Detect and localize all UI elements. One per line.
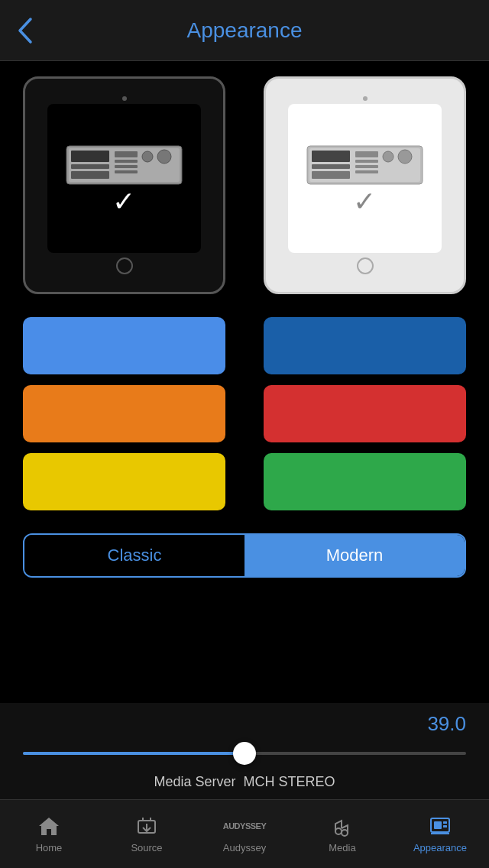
color-swatch-blue[interactable] bbox=[23, 317, 225, 374]
dark-theme-option[interactable]: ✓ bbox=[23, 76, 225, 294]
tab-home[interactable]: Home bbox=[0, 800, 98, 868]
svg-rect-3 bbox=[71, 164, 109, 169]
header: Appearance bbox=[0, 0, 489, 61]
tab-media[interactable]: Media bbox=[293, 800, 391, 868]
slider-fill bbox=[23, 752, 244, 755]
tab-home-label: Home bbox=[36, 842, 63, 853]
receiver-icon-light bbox=[306, 140, 424, 189]
slider-thumb[interactable] bbox=[233, 742, 256, 765]
svg-point-4 bbox=[157, 150, 171, 164]
check-light: ✓ bbox=[353, 186, 376, 218]
page-title: Appearance bbox=[186, 18, 302, 43]
tab-audyssey[interactable]: AUDYSSEY Audyssey bbox=[196, 800, 293, 868]
svg-rect-13 bbox=[312, 151, 350, 162]
tablet-home-dark bbox=[116, 257, 133, 274]
home-icon bbox=[37, 815, 60, 837]
status-text: Media Server MCH STEREO bbox=[23, 774, 466, 799]
color-swatch-orange[interactable] bbox=[23, 385, 225, 442]
light-theme-option[interactable]: ✓ bbox=[264, 76, 466, 294]
dark-screen: ✓ bbox=[47, 104, 202, 252]
svg-rect-6 bbox=[115, 151, 138, 157]
check-dark: ✓ bbox=[112, 186, 135, 218]
tab-appearance-label: Appearance bbox=[413, 842, 467, 853]
tablet-home-light bbox=[357, 257, 374, 274]
svg-point-24 bbox=[335, 828, 342, 834]
style-toggle: Classic Modern bbox=[23, 533, 466, 578]
svg-rect-2 bbox=[71, 151, 109, 162]
classic-toggle-button[interactable]: Classic bbox=[24, 535, 244, 576]
svg-rect-10 bbox=[71, 171, 109, 179]
theme-selection: ✓ bbox=[23, 76, 466, 294]
svg-point-15 bbox=[398, 150, 412, 164]
modern-toggle-button[interactable]: Modern bbox=[244, 535, 465, 576]
svg-rect-18 bbox=[355, 160, 378, 163]
color-swatch-dark-blue[interactable] bbox=[264, 317, 466, 374]
volume-value: 39.0 bbox=[23, 712, 466, 736]
appearance-icon bbox=[429, 815, 452, 837]
light-screen: ✓ bbox=[288, 104, 442, 252]
svg-rect-27 bbox=[434, 821, 442, 829]
svg-rect-14 bbox=[312, 164, 350, 169]
svg-rect-9 bbox=[115, 170, 138, 173]
svg-rect-19 bbox=[355, 165, 378, 168]
svg-point-5 bbox=[142, 151, 153, 162]
tab-bar: Home Source AUDYSSEY Audyssey Media bbox=[0, 799, 489, 868]
main-content: ✓ bbox=[0, 61, 489, 593]
svg-point-16 bbox=[383, 151, 393, 162]
tab-media-label: Media bbox=[329, 842, 355, 853]
svg-rect-8 bbox=[115, 165, 138, 168]
volume-slider[interactable] bbox=[23, 740, 466, 766]
tab-audyssey-label: Audyssey bbox=[223, 842, 266, 853]
control-area: 39.0 Media Server MCH STEREO bbox=[0, 703, 489, 799]
tab-source-label: Source bbox=[131, 842, 162, 853]
svg-rect-29 bbox=[443, 825, 447, 828]
svg-rect-20 bbox=[355, 170, 378, 173]
color-swatch-red[interactable] bbox=[264, 385, 466, 442]
tablet-cam-light bbox=[363, 96, 368, 101]
svg-rect-17 bbox=[355, 151, 378, 157]
svg-marker-22 bbox=[39, 818, 59, 835]
svg-point-25 bbox=[342, 830, 348, 836]
svg-rect-21 bbox=[312, 171, 350, 179]
media-icon bbox=[331, 815, 354, 837]
color-swatch-green[interactable] bbox=[264, 453, 466, 510]
tablet-cam-dark bbox=[122, 96, 127, 101]
color-grid bbox=[23, 317, 466, 510]
svg-rect-28 bbox=[443, 821, 447, 824]
receiver-icon-dark bbox=[65, 140, 183, 189]
svg-rect-7 bbox=[115, 160, 138, 163]
tab-source[interactable]: Source bbox=[98, 800, 196, 868]
tab-appearance[interactable]: Appearance bbox=[391, 800, 489, 868]
back-button[interactable] bbox=[15, 16, 34, 45]
color-swatch-yellow[interactable] bbox=[23, 453, 225, 510]
audyssey-logo-icon: AUDYSSEY bbox=[223, 815, 267, 837]
source-icon bbox=[135, 815, 158, 837]
slider-track bbox=[23, 752, 466, 755]
